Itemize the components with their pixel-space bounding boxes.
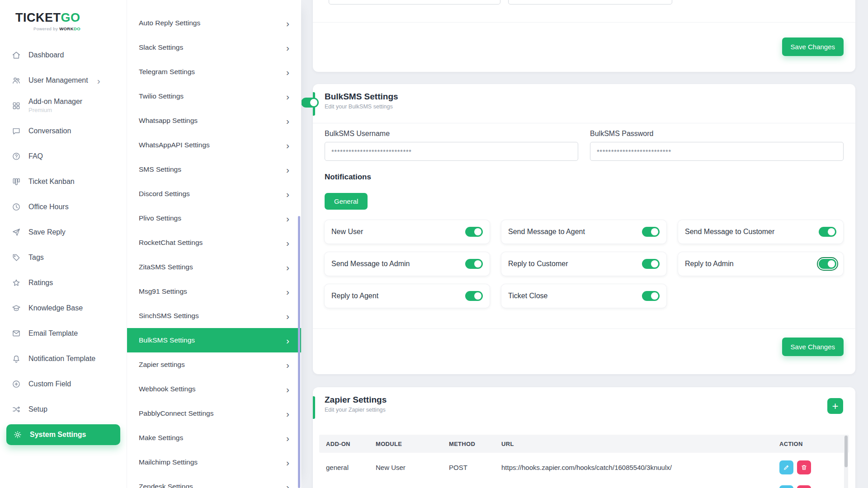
table-scrollbar-track[interactable] <box>844 435 848 488</box>
sidebar-item-addon-manager[interactable]: Add-on Manager Premium <box>0 93 127 118</box>
notifications-heading: Notifications <box>325 173 371 182</box>
submenu-item-discord[interactable]: Discord Settings› <box>127 182 301 206</box>
chevron-right-icon: › <box>286 141 289 150</box>
card-header: BulkSMS Settings Edit your BulkSMS setti… <box>325 92 398 110</box>
sidebar-item-setup[interactable]: Setup <box>0 397 127 422</box>
delete-button[interactable] <box>797 460 811 474</box>
previous-settings-card: Save Changes <box>313 0 855 72</box>
reply-to-agent-toggle[interactable] <box>465 291 483 301</box>
app-logo: TICKETGO Powered by WORKDO <box>0 0 127 42</box>
toggle-row: New User <box>325 220 490 244</box>
submenu-item-plivo[interactable]: Plivo Settings› <box>127 206 301 230</box>
sidebar-item-ticket-kanban[interactable]: Ticket Kanban <box>0 169 127 194</box>
submenu-item-label: BulkSMS Settings <box>139 336 195 344</box>
submenu-item-twilio[interactable]: Twilio Settings› <box>127 84 301 108</box>
sidebar-item-label: Setup <box>28 405 47 413</box>
submenu-scrollbar-thumb[interactable] <box>298 216 300 488</box>
sidebar-item-custom-field[interactable]: Custom Field <box>0 371 127 397</box>
table-row: general New User POST https://hooks.zapi… <box>319 453 849 482</box>
submenu-item-sms[interactable]: SMS Settings› <box>127 157 301 182</box>
sidebar-item-email-template[interactable]: Email Template <box>0 321 127 346</box>
toggle-label: Reply to Admin <box>685 260 734 268</box>
save-changes-button[interactable]: Save Changes <box>782 338 844 356</box>
delete-button[interactable] <box>797 485 811 488</box>
card-title: BulkSMS Settings <box>325 92 398 102</box>
submenu-item-slack[interactable]: Slack Settings› <box>127 35 301 60</box>
sidebar-item-dashboard[interactable]: Dashboard <box>0 42 127 68</box>
submenu-item-auto-reply[interactable]: Auto Reply Settings› <box>127 11 301 35</box>
main-content: Save Changes BulkSMS Settings Edit your … <box>302 0 868 488</box>
card-divider <box>313 328 855 329</box>
sidebar-item-user-management[interactable]: User Management › <box>0 68 127 93</box>
submenu-item-sinchsms[interactable]: SinchSMS Settings› <box>127 304 301 328</box>
sidebar-item-knowledge-base[interactable]: Knowledge Base <box>0 296 127 321</box>
main-sidebar: TICKETGO Powered by WORKDO Dashboard Use… <box>0 0 127 488</box>
edit-button[interactable] <box>779 485 793 488</box>
submenu-item-msg91[interactable]: Msg91 Settings› <box>127 279 301 304</box>
submenu-item-whatsapp[interactable]: Whatsapp Settings› <box>127 108 301 133</box>
sidebar-item-save-reply[interactable]: Save Reply <box>0 220 127 245</box>
addon-cell: general <box>326 464 376 471</box>
bulksms-password-input[interactable] <box>590 142 844 161</box>
submenu-item-label: WhatsAppAPI Settings <box>139 141 210 149</box>
home-icon <box>12 51 22 60</box>
users-icon <box>12 76 22 85</box>
sidebar-item-conversation[interactable]: Conversation <box>0 118 127 144</box>
toggle-row: Send Message to Customer <box>678 220 843 244</box>
reply-to-admin-toggle[interactable] <box>819 259 836 269</box>
send-message-to-agent-toggle[interactable] <box>642 227 660 237</box>
grid-icon <box>12 101 22 110</box>
submenu-item-pabblyconnect[interactable]: PabblyConnect Settings› <box>127 401 301 426</box>
zapier-table: ADD-ON MODULE METHOD URL ACTION general … <box>319 435 849 488</box>
submenu-item-zapier[interactable]: Zapier settings› <box>127 352 301 377</box>
sidebar-item-label: Custom Field <box>28 380 71 388</box>
chevron-right-icon: › <box>286 165 289 174</box>
submenu-item-mailchimp[interactable]: Mailchimp Settings› <box>127 450 301 474</box>
sidebar-item-tags[interactable]: Tags <box>0 245 127 270</box>
sidebar-item-system-settings[interactable]: System Settings <box>6 424 120 445</box>
submenu-item-telegram[interactable]: Telegram Settings› <box>127 60 301 84</box>
submenu-item-label: Webhook Settings <box>139 385 196 393</box>
submenu-item-label: Zendesk Settings <box>139 483 193 488</box>
row-actions <box>779 485 849 488</box>
chevron-right-icon: › <box>286 433 289 443</box>
card-subtitle: Edit your Zapier settings <box>325 407 387 413</box>
send-message-to-customer-toggle[interactable] <box>819 227 836 237</box>
submenu-item-whatsappapi[interactable]: WhatsAppAPI Settings› <box>127 133 301 157</box>
submenu-item-zitasms[interactable]: ZitaSMS Settings› <box>127 255 301 279</box>
column-header: MODULE <box>376 441 449 447</box>
submenu-item-bulksms[interactable]: BulkSMS Settings› <box>127 328 301 352</box>
sidebar-item-office-hours[interactable]: Office Hours <box>0 194 127 220</box>
table-scrollbar-thumb[interactable] <box>844 436 848 467</box>
sidebar-item-notification-template[interactable]: Notification Template <box>0 346 127 371</box>
sidebar-item-faq[interactable]: FAQ <box>0 144 127 169</box>
bulksms-username-input[interactable] <box>325 142 578 161</box>
submenu-item-rocketchat[interactable]: RocketChat Settings› <box>127 230 301 255</box>
toggle-label: Send Message to Admin <box>331 260 410 268</box>
card-header: Zapier Settings Edit your Zapier setting… <box>325 395 387 413</box>
submenu-item-label: Zapier settings <box>139 361 185 369</box>
toggle-row: Send Message to Admin <box>325 252 490 276</box>
submenu-item-label: Msg91 Settings <box>139 287 187 296</box>
add-zapier-button[interactable]: + <box>827 398 843 414</box>
edit-button[interactable] <box>779 460 793 474</box>
cut-off-input-field[interactable] <box>508 0 672 5</box>
cut-off-input-field[interactable] <box>329 0 500 5</box>
submenu-item-label: Mailchimp Settings <box>139 458 198 466</box>
submenu-item-webhook[interactable]: Webhook Settings› <box>127 377 301 401</box>
submenu-item-label: SinchSMS Settings <box>139 312 199 320</box>
reply-to-customer-toggle[interactable] <box>642 259 660 269</box>
ticket-close-toggle[interactable] <box>642 291 660 301</box>
bulksms-enable-toggle[interactable] <box>302 98 319 108</box>
submenu-item-make[interactable]: Make Settings› <box>127 426 301 450</box>
save-changes-button[interactable]: Save Changes <box>782 38 844 56</box>
send-message-to-admin-toggle[interactable] <box>465 259 483 269</box>
new-user-toggle[interactable] <box>465 227 483 237</box>
sidebar-item-ratings[interactable]: Ratings <box>0 270 127 296</box>
trash-icon <box>801 464 807 471</box>
toggle-row: Reply to Customer <box>501 252 666 276</box>
method-cell: POST <box>449 464 501 471</box>
submenu-item-zendesk[interactable]: Zendesk Settings› <box>127 474 301 488</box>
table-row <box>319 482 849 488</box>
general-tab-button[interactable]: General <box>325 193 368 210</box>
